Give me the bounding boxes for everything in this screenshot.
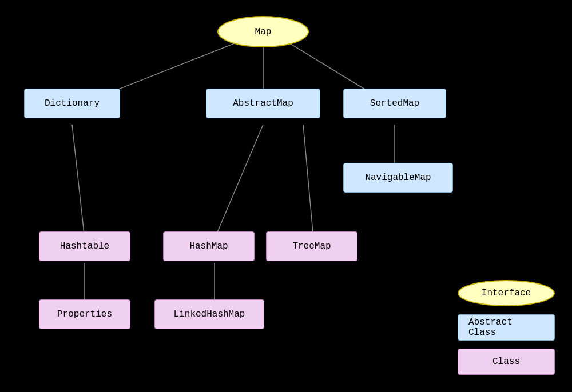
legend-abstract-node: Abstract Class — [458, 314, 555, 341]
navigable-map-node: NavigableMap — [343, 163, 453, 193]
linked-hashmap-node: LinkedHashMap — [154, 299, 264, 329]
legend-abstract: Abstract Class — [458, 314, 555, 341]
legend-class-label: Class — [492, 357, 520, 367]
legend-abstract-label: Abstract Class — [468, 317, 544, 338]
treemap-label: TreeMap — [292, 241, 331, 251]
dictionary-node: Dictionary — [24, 89, 120, 118]
properties-label: Properties — [57, 309, 112, 319]
sorted-map-node: SortedMap — [343, 89, 446, 118]
legend-class: Class — [458, 349, 555, 375]
map-label: Map — [255, 27, 272, 37]
dictionary-label: Dictionary — [45, 98, 100, 109]
legend-interface-node: Interface — [458, 280, 555, 306]
hashmap-node: HashMap — [163, 231, 255, 261]
svg-line-4 — [72, 125, 85, 239]
navigable-map-label: NavigableMap — [365, 173, 431, 183]
hashmap-label: HashMap — [189, 241, 228, 251]
svg-line-6 — [303, 125, 313, 239]
abstract-map-label: AbstractMap — [233, 98, 293, 109]
svg-line-5 — [214, 125, 263, 239]
legend-class-node: Class — [458, 349, 555, 375]
properties-node: Properties — [39, 299, 130, 329]
legend: Interface Abstract Class Class — [458, 280, 555, 375]
linked-hashmap-label: LinkedHashMap — [174, 309, 245, 319]
sorted-map-label: SortedMap — [370, 98, 419, 109]
legend-interface: Interface — [458, 280, 555, 306]
map-node: Map — [217, 16, 309, 47]
legend-interface-label: Interface — [482, 288, 531, 298]
hashtable-label: Hashtable — [60, 241, 109, 251]
abstract-map-node: AbstractMap — [206, 89, 320, 118]
hashtable-node: Hashtable — [39, 231, 130, 261]
treemap-node: TreeMap — [266, 231, 357, 261]
diagram-container: Map Dictionary AbstractMap SortedMap Nav… — [0, 0, 572, 392]
